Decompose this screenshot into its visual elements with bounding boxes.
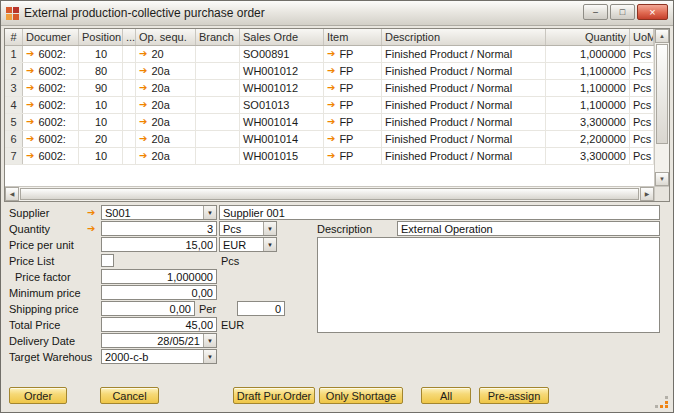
row-number[interactable]: 7 [5,148,23,164]
all-button[interactable]: All [421,387,471,404]
col-header-branch[interactable]: Branch [196,29,240,45]
link-arrow-icon[interactable]: ➔ [139,83,147,93]
scroll-right-button[interactable]: ▶ [640,187,654,201]
link-arrow-icon[interactable]: ➔ [327,100,335,110]
notes-textarea[interactable] [317,237,660,333]
vertical-scrollbar[interactable]: ▲ ▼ [654,29,669,186]
shipping-price-field[interactable]: 0,00 [101,301,195,316]
link-arrow-icon[interactable]: ➔ [26,66,34,76]
vertical-scroll-thumb[interactable] [656,44,668,144]
col-header-op-sequence[interactable]: Op. sequ. [136,29,196,45]
sales-order-cell: SO01013 [240,97,324,113]
row-number[interactable]: 1 [5,46,23,62]
col-header-quantity[interactable]: Quantity [546,29,630,45]
row-number[interactable]: 5 [5,114,23,130]
chevron-down-icon[interactable]: ▼ [203,334,216,347]
link-arrow-icon[interactable]: ➔ [139,151,147,161]
link-arrow-icon[interactable]: ➔ [327,151,335,161]
minimum-price-field[interactable]: 0,00 [101,285,217,300]
row-number[interactable]: 4 [5,97,23,113]
delivery-date-combo[interactable]: 28/05/21 ▼ [101,333,217,348]
col-header-sales-order[interactable]: Sales Orde [240,29,324,45]
link-arrow-icon[interactable]: ➔ [139,100,147,110]
resize-grip-icon[interactable] [655,395,669,409]
link-arrow-icon[interactable]: ➔ [327,83,335,93]
row-number[interactable]: 6 [5,131,23,147]
table-row[interactable]: 1 ➔6002: 10 ➔20 SO00891 ➔FP Finished Pro… [5,46,654,63]
chevron-down-icon[interactable]: ▼ [263,238,276,251]
sales-order-cell: WH001012 [240,80,324,96]
quantity-uom-combo[interactable]: Pcs ▼ [219,221,277,236]
close-button[interactable]: × [637,4,668,20]
quantity-field[interactable]: 3 [101,221,217,236]
chevron-down-icon[interactable]: ▼ [203,206,216,219]
link-arrow-icon[interactable]: ➔ [87,205,95,220]
link-arrow-icon[interactable]: ➔ [139,134,147,144]
chevron-down-icon[interactable]: ▼ [263,222,276,235]
horizontal-scrollbar[interactable]: ◀ ▶ [5,186,654,201]
table-row[interactable]: 5 ➔6002: 10 ➔20a WH001014 ➔FP Finished P… [5,114,654,131]
col-header-position[interactable]: Position [79,29,123,45]
scroll-left-button[interactable]: ◀ [5,187,19,201]
link-arrow-icon[interactable]: ➔ [139,49,147,59]
table-row[interactable]: 7 ➔6002: 10 ➔20a WH001015 ➔FP Finished P… [5,148,654,165]
link-arrow-icon[interactable]: ➔ [139,117,147,127]
order-button[interactable]: Order [9,387,67,404]
total-price-field[interactable]: 45,00 [101,317,217,332]
draft-purchase-order-button[interactable]: Draft Pur.Order [233,387,315,404]
maximize-button[interactable]: □ [610,4,635,20]
price-factor-field[interactable]: 1,000000 [101,269,217,284]
currency-combo[interactable]: EUR ▼ [219,237,277,252]
col-header-rownum[interactable]: # [5,29,23,45]
link-arrow-icon[interactable]: ➔ [26,100,34,110]
link-arrow-icon[interactable]: ➔ [26,49,34,59]
supplier-name-field[interactable]: Supplier 001 [219,205,660,220]
document-cell: ➔6002: [23,131,79,147]
supplier-combo[interactable]: S001 ▼ [101,205,217,220]
col-header-dots[interactable]: ... [123,29,136,45]
per-label: Per [199,301,216,316]
branch-cell [196,148,240,164]
price-list-checkbox[interactable] [101,254,114,267]
col-header-description[interactable]: Description [382,29,546,45]
link-arrow-icon[interactable]: ➔ [327,117,335,127]
price-per-unit-field[interactable]: 15,00 [101,237,217,252]
shipping-per-field[interactable]: 0 [237,301,285,316]
row-number[interactable]: 3 [5,80,23,96]
table-row[interactable]: 3 ➔6002: 90 ➔20a WH001012 ➔FP Finished P… [5,80,654,97]
target-warehouse-combo[interactable]: 2000-c-b ▼ [101,349,217,364]
col-header-document[interactable]: Documer [23,29,79,45]
operation-description-field[interactable]: External Operation [397,221,660,236]
uom-cell: Pcs [630,63,654,79]
table-row[interactable]: 2 ➔6002: 80 ➔20a WH001012 ➔FP Finished P… [5,63,654,80]
link-arrow-icon[interactable]: ➔ [26,83,34,93]
only-shortage-button[interactable]: Only Shortage [319,387,403,404]
dots-cell [123,131,136,147]
chevron-down-icon[interactable]: ▼ [203,350,216,363]
link-arrow-icon[interactable]: ➔ [26,151,34,161]
scroll-down-button[interactable]: ▼ [655,172,669,186]
col-header-item[interactable]: Item [324,29,382,45]
minimize-button[interactable]: – [583,4,608,20]
row-number[interactable]: 2 [5,63,23,79]
link-arrow-icon[interactable]: ➔ [87,221,95,236]
table-row[interactable]: 6 ➔6002: 20 ➔20a WH001014 ➔FP Finished P… [5,131,654,148]
price-factor-label: Price factor [15,269,71,284]
scroll-up-button[interactable]: ▲ [655,29,669,43]
position-cell: 90 [79,80,123,96]
link-arrow-icon[interactable]: ➔ [26,117,34,127]
item-cell: ➔FP [324,97,382,113]
link-arrow-icon[interactable]: ➔ [327,134,335,144]
col-header-uom[interactable]: UoM [630,29,654,45]
table-row[interactable]: 4 ➔6002: 10 ➔20a SO01013 ➔FP Finished Pr… [5,97,654,114]
link-arrow-icon[interactable]: ➔ [327,49,335,59]
item-cell: ➔FP [324,80,382,96]
title-bar[interactable]: External production-collective purchase … [1,1,673,26]
horizontal-scroll-thumb[interactable] [20,188,639,200]
pre-assign-button[interactable]: Pre-assign [479,387,549,404]
link-arrow-icon[interactable]: ➔ [327,66,335,76]
link-arrow-icon[interactable]: ➔ [139,66,147,76]
cancel-button[interactable]: Cancel [100,387,159,404]
quantity-cell: 3,300000 [546,148,630,164]
link-arrow-icon[interactable]: ➔ [26,134,34,144]
